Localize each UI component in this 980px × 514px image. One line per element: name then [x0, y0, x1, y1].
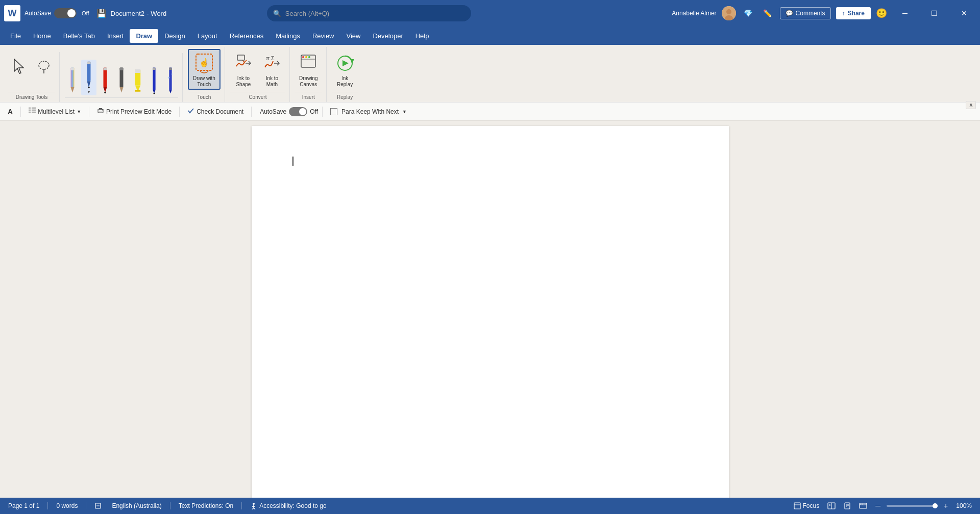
save-button[interactable]: 💾	[95, 7, 108, 19]
share-button[interactable]: ↑ Share	[836, 7, 871, 19]
draw-with-touch-btn[interactable]: ☝ Draw withTouch	[188, 49, 220, 90]
pen-icon-3	[100, 66, 111, 94]
menu-help[interactable]: Help	[409, 29, 435, 43]
status-bar: Page 1 of 1 0 words English (Australia) …	[0, 498, 980, 514]
lasso-tool-btn[interactable]	[33, 54, 55, 90]
zoom-plus-btn[interactable]: +	[942, 501, 950, 511]
language-btn[interactable]: English (Australia)	[110, 501, 163, 510]
svg-rect-17	[120, 68, 124, 88]
accessibility-btn[interactable]: Accessibility: Good to go	[248, 501, 328, 510]
document-page[interactable]	[252, 126, 729, 499]
menu-belles-tab[interactable]: Belle's Tab	[57, 29, 101, 43]
print-preview-label: Print Preview Edit Mode	[106, 108, 172, 115]
autosave-toggle[interactable]	[54, 8, 77, 18]
para-keep-checkbox[interactable]	[330, 108, 337, 115]
menu-insert[interactable]: Insert	[101, 29, 130, 43]
accessibility-label: Accessibility: Good to go	[259, 502, 326, 509]
minimize-button[interactable]: ─	[893, 5, 917, 21]
menu-file[interactable]: File	[4, 29, 27, 43]
select-tool-btn[interactable]	[8, 54, 31, 90]
multilevel-list-btn[interactable]: Multilevel List ▼	[25, 106, 85, 117]
menu-draw[interactable]: Draw	[130, 29, 158, 43]
web-layout-icon	[859, 502, 867, 509]
draw-with-touch-label: Draw withTouch	[193, 75, 215, 88]
restore-button[interactable]: ☐	[923, 5, 946, 21]
menu-review[interactable]: Review	[306, 29, 340, 43]
svg-rect-55	[99, 108, 102, 110]
svg-rect-51	[32, 108, 36, 109]
print-preview-icon	[97, 107, 104, 116]
font-color-btn[interactable]: A	[4, 106, 16, 117]
toolbar-sep-1	[20, 107, 21, 117]
multilevel-dropdown-arrow[interactable]: ▼	[77, 109, 81, 114]
menu-design[interactable]: Design	[158, 29, 191, 43]
diamond-icon-btn[interactable]: 💎	[741, 6, 755, 20]
focus-btn[interactable]: Focus	[792, 501, 822, 510]
ribbon-group-convert: Ink toShape π Σ Ink toMath Convert	[226, 47, 290, 102]
svg-text:Σ: Σ	[271, 55, 275, 61]
search-bar[interactable]: 🔍 Search (Alt+Q)	[267, 5, 471, 21]
svg-point-4	[39, 61, 49, 69]
svg-rect-48	[29, 108, 31, 109]
menu-mailings[interactable]: Mailings	[270, 29, 306, 43]
status-sep-4	[241, 502, 242, 509]
zoom-percent[interactable]: 100%	[954, 501, 974, 510]
print-layout-btn[interactable]	[842, 501, 853, 510]
svg-rect-9	[87, 62, 91, 82]
menu-references[interactable]: References	[224, 29, 270, 43]
status-bar-right: Focus	[792, 501, 974, 511]
read-mode-btn[interactable]	[825, 501, 838, 510]
ribbon-group-drawing-tools: Drawing Tools	[4, 52, 60, 102]
para-keep-btn[interactable]: Para Keep With Next ▼	[327, 107, 410, 117]
svg-rect-65	[794, 503, 800, 509]
ribbon-collapse-btn[interactable]: ∧	[966, 101, 976, 109]
ink-replay-icon	[336, 52, 354, 74]
zoom-slider[interactable]	[887, 505, 938, 507]
svg-rect-24	[153, 68, 155, 90]
web-layout-btn[interactable]	[857, 501, 869, 510]
ink-to-math-btn[interactable]: π Σ Ink toMath	[259, 49, 285, 90]
touch-content: ☝ Draw withTouch	[188, 47, 220, 90]
menu-developer[interactable]: Developer	[366, 29, 409, 43]
pen-dropdown-arrow[interactable]: ▼	[87, 90, 91, 94]
pen-item-6[interactable]	[146, 65, 162, 95]
toolbar-toggle-knob	[299, 108, 306, 115]
ink-to-math-icon: π Σ	[263, 52, 281, 74]
touch-group-label: Touch	[188, 92, 220, 100]
print-preview-btn[interactable]: Print Preview Edit Mode	[93, 106, 175, 117]
comments-button[interactable]: 💬 Comments	[780, 7, 831, 19]
ink-replay-btn[interactable]: InkReplay	[332, 49, 358, 90]
pen-item-effects[interactable]: ✦ ✦	[163, 65, 178, 95]
pen-item-4[interactable]	[114, 65, 129, 95]
convert-group-label: Convert	[230, 92, 285, 100]
text-predictions-btn[interactable]: Text Predictions: On	[177, 501, 235, 510]
close-button[interactable]: ✕	[952, 5, 976, 21]
zoom-minus-icon: ─	[875, 502, 880, 510]
drawing-canvas-btn[interactable]: DrawingCanvas	[295, 49, 322, 90]
menu-home[interactable]: Home	[27, 29, 57, 43]
word-count-label: 0 words	[56, 502, 78, 509]
pen-item-1[interactable]	[65, 65, 80, 95]
menu-view[interactable]: View	[340, 29, 367, 43]
svg-rect-23	[135, 90, 141, 92]
check-document-btn[interactable]: Check Document	[184, 106, 247, 117]
toolbar-autosave-toggle[interactable]	[289, 107, 307, 116]
drawing-canvas-icon	[299, 52, 317, 74]
page-info[interactable]: Page 1 of 1	[6, 501, 41, 510]
pen-item-2[interactable]: ▼	[81, 60, 96, 95]
pens-row: ▼	[65, 53, 178, 95]
para-keep-dropdown-arrow[interactable]: ▼	[402, 109, 407, 114]
pen-item-5[interactable]	[130, 65, 145, 95]
pen-icon-btn[interactable]: ✏️	[761, 6, 775, 20]
pen-item-3[interactable]	[97, 65, 113, 95]
svg-point-1	[726, 9, 731, 14]
pen-icon-2	[83, 61, 94, 89]
svg-rect-26	[153, 68, 155, 70]
word-count[interactable]: 0 words	[54, 501, 80, 510]
track-changes-icon-btn[interactable]	[92, 501, 104, 510]
smiley-button[interactable]: 🙂	[876, 8, 887, 19]
menu-layout[interactable]: Layout	[191, 29, 224, 43]
ink-to-shape-btn[interactable]: Ink toShape	[230, 49, 257, 90]
para-keep-label: Para Keep With Next	[341, 108, 399, 115]
zoom-minus-btn[interactable]: ─	[873, 501, 883, 511]
